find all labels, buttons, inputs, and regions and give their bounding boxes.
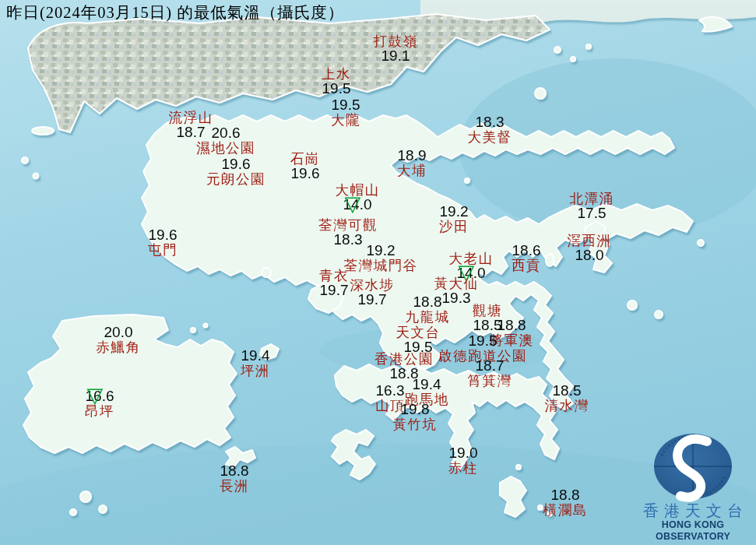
station-name: 赤鱲角 bbox=[97, 340, 141, 354]
station-temperature-value: 19.2 bbox=[439, 204, 469, 220]
station-tsuen-wan-shing-mun-valley: 19.2荃灣城門谷 bbox=[344, 243, 418, 272]
station-pak-tam-chung: 北潭涌17.5 bbox=[570, 192, 614, 221]
station-temperature-value: 18.8 bbox=[406, 294, 450, 310]
hko-logo-english-text: HONG KONG OBSERVATORY bbox=[631, 519, 754, 543]
station-ta-kwu-ling: 打鼓嶺19.1 bbox=[374, 34, 418, 64]
station-tai-mei-tuk: 18.3大美督 bbox=[468, 114, 512, 144]
station-name: 青衣 bbox=[319, 269, 349, 283]
station-ngong-ping: 16.6▽昂坪 bbox=[85, 389, 114, 418]
station-name: 屯門 bbox=[148, 243, 178, 257]
station-chek-lap-kok: 20.0赤鱲角 bbox=[97, 325, 141, 354]
station-name: 大美督 bbox=[468, 130, 512, 144]
station-temperature-value: 17.5 bbox=[570, 206, 614, 221]
station-sai-kung: 18.6西貢 bbox=[512, 243, 541, 272]
station-name: 昂坪 bbox=[85, 404, 114, 418]
station-temperature-value: 18.9 bbox=[397, 148, 427, 164]
station-temperature-value: 18.8 bbox=[220, 463, 249, 479]
station-name: 黃竹坑 bbox=[393, 417, 438, 431]
min-temp-triangle-marker-icon: ▽ bbox=[86, 385, 103, 406]
station-peng-chau: 19.4坪洲 bbox=[241, 348, 270, 378]
station-name: 石崗 bbox=[290, 152, 320, 166]
station-tai-mo-shan: 大帽山14.0▽ bbox=[336, 183, 380, 213]
station-sha-tin: 19.2沙田 bbox=[439, 204, 469, 234]
min-temp-triangle-marker-icon: ▽ bbox=[344, 193, 360, 214]
min-temperature-map-page: 昨日(2024年03月15日) 的最低氣溫（攝氏度） 打鼓嶺19.1上水19.5… bbox=[0, 0, 756, 545]
station-shek-kong: 石崗19.6 bbox=[290, 152, 320, 181]
station-name: 荃灣可觀 bbox=[318, 218, 378, 232]
station-temperature-value: 19.4 bbox=[405, 377, 449, 392]
station-name: 元朗公園 bbox=[206, 172, 265, 186]
station-temperature-value: 18.8 bbox=[543, 487, 588, 503]
station-temperature-value: 19.4 bbox=[241, 348, 270, 364]
station-temperature-value: 18.8 bbox=[490, 318, 534, 333]
station-observatory: 天文台19.5 bbox=[396, 325, 441, 355]
station-name: 滘西洲 bbox=[568, 234, 612, 248]
station-temperature-value: 19.0 bbox=[448, 445, 478, 461]
station-temperature-value: 19.6 bbox=[206, 156, 265, 172]
station-stanley: 19.0赤柱 bbox=[448, 445, 478, 475]
station-temperature-value: 19.5 bbox=[322, 81, 351, 97]
station-name: 橫瀾島 bbox=[543, 503, 588, 517]
station-ta-lung: 19.5大隴 bbox=[331, 97, 360, 127]
station-temperature-value: 19.2 bbox=[344, 243, 418, 258]
station-name: 西貢 bbox=[512, 258, 541, 272]
station-name: 大帽山 bbox=[336, 183, 380, 197]
station-name: 濕地公園 bbox=[196, 141, 255, 155]
page-title: 昨日(2024年03月15日) 的最低氣溫（攝氏度） bbox=[6, 2, 344, 23]
station-name: 沙田 bbox=[439, 220, 469, 234]
station-name: 大老山 bbox=[449, 251, 494, 265]
station-sheung-shui: 上水19.5 bbox=[322, 67, 351, 97]
station-temperature-value: 19.5 bbox=[331, 97, 360, 113]
station-name: 大埔 bbox=[397, 164, 427, 178]
station-wetland-park: 20.6濕地公園 bbox=[196, 125, 255, 155]
station-name: 大隴 bbox=[331, 113, 360, 127]
station-name: 北潭涌 bbox=[570, 192, 614, 206]
station-name: 流浮山 bbox=[169, 111, 213, 125]
station-name: 香港公園 bbox=[374, 352, 434, 366]
station-temperature-value: 16.6▽ bbox=[85, 389, 114, 404]
station-temperature-value: 18.5 bbox=[545, 383, 589, 399]
station-name: 荃灣城門谷 bbox=[344, 258, 418, 272]
station-temperature-value: 19.6 bbox=[148, 227, 178, 243]
station-tsing-yi: 青衣19.7 bbox=[319, 269, 349, 298]
station-temperature-value: 18.6 bbox=[512, 243, 541, 258]
station-cheung-chau: 18.8長洲 bbox=[220, 463, 249, 493]
station-tai-po: 18.9大埔 bbox=[397, 148, 427, 178]
hko-logo-icon bbox=[652, 431, 733, 502]
hko-logo: 香港天文台 HONG KONG OBSERVATORY bbox=[631, 431, 754, 543]
station-name: 清水灣 bbox=[545, 399, 589, 413]
station-temperature-value: 18.3 bbox=[468, 114, 512, 130]
station-name: 長洲 bbox=[220, 479, 249, 493]
station-name: 上水 bbox=[322, 67, 351, 81]
hko-logo-chinese-text: 香港天文台 bbox=[637, 502, 754, 519]
station-temperature-value: 19.5 bbox=[438, 333, 527, 349]
station-sham-shui-po: 深水埗19.7 bbox=[350, 278, 395, 308]
station-kowloon-city: 18.8九龍城 bbox=[406, 294, 450, 324]
station-temperature-value: 18.7 bbox=[468, 358, 512, 374]
station-temperature-value: 14.0▽ bbox=[336, 197, 380, 213]
station-name: 赤柱 bbox=[448, 461, 478, 475]
station-temperature-value: 19.6 bbox=[290, 166, 320, 181]
station-wong-chuk-hang: 19.8黃竹坑 bbox=[393, 402, 438, 431]
station-name: 九龍城 bbox=[406, 310, 450, 324]
station-yuen-long-park: 19.6元朗公園 bbox=[206, 156, 265, 186]
station-shau-kei-wan: 18.7筲箕灣 bbox=[468, 358, 512, 388]
station-temperature-value: 18.0 bbox=[568, 248, 612, 263]
station-kau-sai-chau: 滘西洲18.0 bbox=[568, 234, 612, 263]
station-temperature-value: 19.8 bbox=[393, 402, 438, 417]
station-waglan-island: 18.8橫瀾島 bbox=[543, 487, 588, 517]
station-temperature-value: 16.3 bbox=[375, 383, 405, 399]
station-temperature-value: 20.6 bbox=[196, 125, 255, 141]
station-tuen-mun: 19.6屯門 bbox=[148, 227, 178, 257]
station-name: 坪洲 bbox=[241, 364, 270, 378]
station-clear-water-bay: 18.5清水灣 bbox=[545, 383, 589, 413]
station-temperature-value: 20.0 bbox=[97, 325, 141, 340]
station-name: 黃大仙 bbox=[434, 276, 479, 290]
station-name: 觀塘 bbox=[473, 304, 502, 318]
station-name: 深水埗 bbox=[350, 278, 395, 292]
station-name: 天文台 bbox=[396, 325, 441, 339]
station-temperature-value: 19.7 bbox=[350, 292, 395, 308]
station-name: 打鼓嶺 bbox=[374, 34, 418, 48]
station-temperature-value: 19.1 bbox=[374, 48, 418, 64]
station-temperature-value: 19.7 bbox=[319, 283, 349, 298]
